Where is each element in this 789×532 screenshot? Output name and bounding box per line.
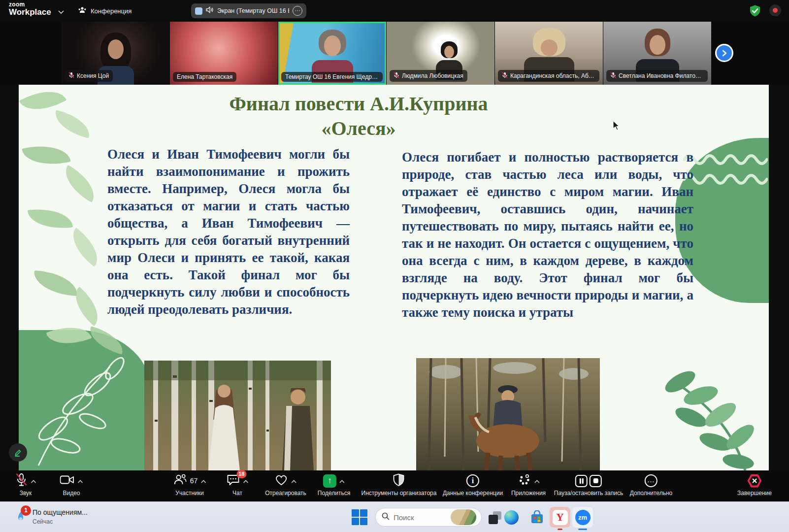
logo-zoom-text: zoom bbox=[9, 1, 51, 7]
meeting-info-button[interactable]: i Данные конференции bbox=[443, 473, 503, 497]
chevron-up-icon[interactable] bbox=[78, 476, 83, 485]
share-screen-button[interactable]: ↑ Поделиться bbox=[318, 473, 350, 497]
audio-label: Звук bbox=[20, 490, 32, 497]
start-button[interactable] bbox=[352, 509, 367, 525]
meeting-people-icon bbox=[78, 6, 87, 16]
speaker-icon bbox=[206, 6, 214, 15]
pill-more-icon[interactable]: ··· bbox=[293, 6, 302, 16]
pencil-icon bbox=[13, 448, 23, 457]
participants-button[interactable]: 67 Участники bbox=[173, 473, 206, 497]
decor-plant-bottom-right bbox=[642, 363, 760, 470]
react-button[interactable]: Отреагировать bbox=[265, 473, 306, 497]
meeting-info-label: Данные конференции bbox=[443, 490, 503, 497]
decor-blob-bottom-left bbox=[19, 330, 151, 470]
slide-paragraph-left: Олеся и Иван Тимофеевич могли бы найти в… bbox=[107, 146, 350, 318]
chevron-up-icon[interactable] bbox=[534, 476, 540, 485]
heart-icon bbox=[275, 473, 289, 488]
stop-recording-icon[interactable] bbox=[590, 475, 602, 487]
search-input[interactable] bbox=[394, 513, 447, 522]
decor-plant-outline-icon bbox=[19, 330, 142, 468]
mouse-cursor bbox=[613, 120, 621, 131]
apps-icon bbox=[518, 473, 531, 488]
audio-button[interactable]: Звук bbox=[15, 473, 36, 497]
camera-icon bbox=[60, 475, 75, 487]
task-view-button[interactable] bbox=[489, 511, 501, 524]
participant-tile[interactable]: Ксения Цой bbox=[62, 22, 169, 85]
chat-label: Чат bbox=[232, 490, 242, 497]
zoom-running-indicator bbox=[578, 529, 587, 530]
shared-screen-title: Экран (Темиртау ОШ 16 Евг bbox=[217, 7, 289, 14]
participant-tile[interactable]: Светлана Ивановна Филатова ... bbox=[603, 22, 711, 85]
host-tools-button[interactable]: Инструменты организатора bbox=[362, 473, 437, 497]
notification-time: Сейчас bbox=[33, 518, 53, 525]
chevron-up-icon[interactable] bbox=[339, 476, 345, 485]
presentation-slide: Финал повести А.И.Куприна «Олеся» Олеся … bbox=[19, 85, 769, 470]
gallery-next-page-button[interactable] bbox=[715, 44, 733, 62]
conference-tab-label: Конференция bbox=[91, 7, 132, 15]
taskbar-search[interactable] bbox=[375, 508, 482, 527]
end-meeting-icon bbox=[747, 474, 761, 488]
mic-muted-icon bbox=[394, 71, 399, 80]
participants-icon bbox=[173, 473, 187, 488]
react-label: Отреагировать bbox=[265, 490, 306, 497]
video-button[interactable]: Видео bbox=[60, 473, 83, 497]
participant-tile[interactable]: Людмила Любовицкая bbox=[387, 22, 494, 85]
participant-tile[interactable]: Елена Тартаковская bbox=[170, 22, 278, 85]
meeting-toolbar: Звук Видео 67 Участники bbox=[0, 470, 789, 501]
chat-bubble-icon: 18 bbox=[227, 473, 240, 488]
share-label: Поделиться bbox=[318, 490, 350, 497]
shield-icon bbox=[393, 473, 405, 489]
chevron-down-icon[interactable] bbox=[58, 7, 64, 16]
record-controls[interactable]: Пауза/остановить запись bbox=[554, 473, 623, 497]
participant-tile-active-speaker[interactable]: Темиртау ОШ 16 Евгения Щедрина bbox=[278, 22, 386, 85]
zoom-app-letters: zm bbox=[575, 510, 591, 525]
logo-workplace-text: Workplace bbox=[9, 8, 51, 16]
mic-muted-icon bbox=[610, 71, 616, 80]
chevron-up-icon[interactable] bbox=[200, 476, 206, 485]
slide-paragraph-right: Олеся погибает и полностью растворяется … bbox=[402, 149, 693, 321]
annotate-button[interactable] bbox=[9, 443, 27, 462]
apps-button[interactable]: Приложения bbox=[511, 473, 546, 497]
info-icon: i bbox=[466, 474, 479, 487]
end-meeting-button[interactable]: Завершение bbox=[737, 473, 772, 497]
slide-title: Финал повести А.И.Куприна «Олеся» bbox=[19, 92, 698, 141]
participant-tile[interactable]: Карагандинская область, Абай... bbox=[495, 22, 603, 85]
host-tools-label: Инструменты организатора bbox=[362, 490, 437, 497]
microsoft-store-icon[interactable] bbox=[530, 510, 544, 525]
more-label: Дополнительно bbox=[630, 490, 672, 497]
tab-conference[interactable]: Конференция bbox=[78, 4, 132, 18]
screen-thumbnail-icon bbox=[195, 7, 202, 15]
yandex-running-indicator bbox=[558, 529, 562, 530]
participants-label: Участники bbox=[175, 490, 203, 497]
yandex-browser-icon[interactable]: Y bbox=[550, 507, 570, 528]
more-button[interactable]: … Дополнительно bbox=[630, 473, 672, 497]
participant-name: Темиртау ОШ 16 Евгения Щедрина bbox=[285, 73, 379, 80]
slide-title-line2: «Олеся» bbox=[19, 116, 698, 141]
video-label: Видео bbox=[63, 490, 80, 497]
notification-badge: 1 bbox=[21, 505, 31, 516]
zoom-meeting-window: zoom Workplace Конференция Экран (Темирт… bbox=[0, 0, 789, 532]
edge-browser-icon[interactable] bbox=[504, 510, 519, 525]
chevron-up-icon[interactable] bbox=[292, 476, 297, 485]
chat-button[interactable]: 18 Чат bbox=[227, 473, 249, 497]
participant-name: Светлана Ивановна Филатова ... bbox=[619, 72, 704, 79]
zoom-app-icon[interactable]: zm bbox=[572, 507, 593, 528]
chat-unread-badge: 18 bbox=[236, 470, 246, 478]
recording-indicator-icon[interactable] bbox=[769, 4, 781, 16]
security-shield-icon[interactable] bbox=[749, 4, 761, 19]
decor-waves-icon bbox=[683, 148, 768, 202]
top-bar: zoom Workplace Конференция Экран (Темирт… bbox=[0, 0, 789, 22]
video-gallery-strip: Ксения Цой Елена Тартаковская Темиртау О… bbox=[0, 22, 789, 85]
pause-recording-icon[interactable] bbox=[575, 475, 588, 487]
windows-taskbar: 1 По ощущениям... Сейчас Y zm bbox=[0, 501, 789, 532]
slide-title-line1: Финал повести А.И.Куприна bbox=[19, 92, 698, 116]
search-highlight-image[interactable] bbox=[451, 509, 476, 525]
more-ellipsis-icon: … bbox=[645, 474, 658, 487]
mic-muted-icon bbox=[502, 71, 508, 80]
shared-screen-pill[interactable]: Экран (Темиртау ОШ 16 Евг ··· bbox=[191, 3, 306, 18]
chevron-up-icon[interactable] bbox=[31, 476, 36, 485]
participants-count: 67 bbox=[190, 477, 198, 485]
participant-name: Ксения Цой bbox=[77, 72, 109, 79]
end-label: Завершение bbox=[737, 490, 772, 497]
share-screen-icon: ↑ bbox=[323, 474, 336, 488]
